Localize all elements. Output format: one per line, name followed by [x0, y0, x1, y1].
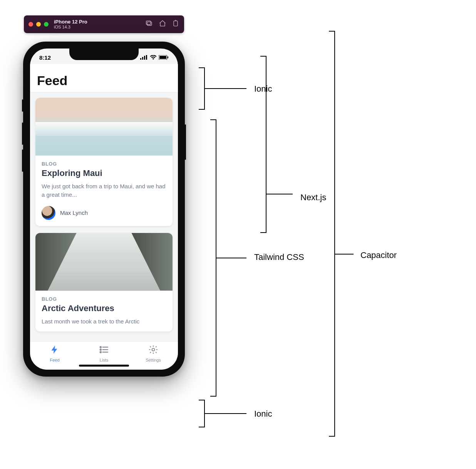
annotation-label: Ionic [254, 409, 272, 419]
card-eyebrow: BLOG [42, 161, 166, 167]
annotation-label: Capacitor [360, 250, 397, 260]
annotation-label: Ionic [254, 84, 272, 94]
phone-frame: 8:12 Feed BLOG Exploring Maui We just go… [23, 42, 185, 377]
svg-rect-8 [159, 56, 166, 59]
tab-label: Feed [50, 358, 59, 362]
feed-content[interactable]: BLOG Exploring Maui We just got back fro… [30, 92, 178, 341]
battery-icon [159, 54, 169, 61]
feed-card[interactable]: BLOG Arctic Adventures Last month we too… [35, 233, 173, 332]
svg-rect-5 [144, 56, 145, 60]
tab-settings[interactable]: Settings [138, 345, 169, 370]
home-icon[interactable] [159, 20, 166, 29]
gear-icon [148, 345, 158, 356]
svg-rect-2 [174, 21, 178, 26]
close-icon[interactable] [28, 22, 33, 27]
svg-point-15 [100, 352, 101, 353]
svg-rect-9 [168, 56, 168, 58]
annotation-bracket [216, 119, 216, 397]
avatar [42, 206, 55, 220]
simulator-titlebar: iPhone 12 Pro iOS 14.3 [24, 15, 184, 33]
card-excerpt: Last month we took a trek to the Arctic [42, 317, 166, 326]
annotation-label: Tailwind CSS [254, 252, 304, 262]
page-title: Feed [37, 73, 171, 88]
home-indicator[interactable] [79, 365, 129, 367]
window-controls[interactable] [28, 22, 49, 27]
notch [69, 49, 139, 60]
tab-label: Settings [146, 358, 161, 362]
card-title: Exploring Maui [42, 168, 166, 178]
volume-up-button [22, 122, 23, 145]
minimize-icon[interactable] [36, 22, 41, 27]
svg-rect-4 [142, 57, 143, 60]
volume-down-button [22, 149, 23, 172]
annotation-bracket [334, 31, 335, 437]
mute-switch [22, 99, 23, 112]
author-name: Max Lynch [60, 209, 88, 216]
svg-rect-6 [146, 55, 147, 60]
status-time: 8:12 [39, 54, 51, 61]
card-excerpt: We just got back from a trip to Maui, an… [42, 182, 166, 199]
svg-point-14 [100, 349, 101, 350]
annotation-label: Next.js [300, 193, 326, 203]
list-icon [99, 345, 109, 356]
cellular-icon [140, 54, 148, 61]
feed-card[interactable]: BLOG Exploring Maui We just got back fro… [35, 98, 173, 226]
svg-rect-0 [147, 22, 152, 25]
power-button [185, 124, 186, 160]
card-title: Arctic Adventures [42, 303, 166, 313]
annotation-bracket [204, 400, 205, 427]
bolt-icon [50, 345, 60, 356]
card-eyebrow: BLOG [42, 296, 166, 302]
svg-rect-3 [140, 58, 141, 60]
fullscreen-icon[interactable] [44, 22, 49, 27]
card-image [35, 98, 173, 156]
screenshot-icon[interactable] [146, 20, 153, 29]
svg-point-13 [100, 347, 101, 348]
svg-point-16 [152, 348, 155, 351]
annotation-bracket [266, 56, 266, 233]
tab-feed[interactable]: Feed [39, 345, 70, 370]
wifi-icon [150, 54, 157, 61]
device-name: iPhone 12 Pro [54, 19, 87, 25]
svg-rect-1 [146, 21, 151, 24]
tab-label: Lists [100, 358, 109, 362]
card-image [35, 233, 173, 291]
app-header: Feed [30, 64, 178, 92]
annotation-bracket [204, 67, 205, 110]
rotate-icon[interactable] [172, 20, 179, 29]
device-os: iOS 14.3 [54, 25, 87, 29]
